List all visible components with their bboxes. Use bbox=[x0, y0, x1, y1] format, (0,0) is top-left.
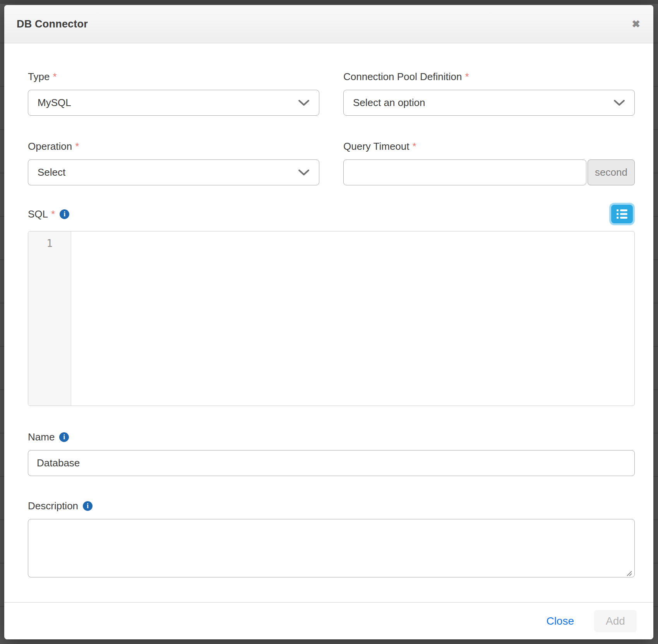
info-icon[interactable]: i bbox=[83, 501, 93, 511]
description-section: Description i bbox=[28, 500, 635, 579]
chevron-down-icon bbox=[298, 169, 310, 176]
connection-pool-field: Connection Pool Definition * Select an o… bbox=[343, 71, 635, 116]
required-marker: * bbox=[53, 71, 57, 83]
operation-label: Operation bbox=[28, 140, 72, 152]
type-label: Type bbox=[28, 71, 50, 83]
operation-select-value: Select bbox=[38, 166, 65, 178]
description-textarea-wrap bbox=[28, 519, 635, 579]
connection-pool-select[interactable]: Select an option bbox=[343, 90, 635, 116]
required-marker: * bbox=[413, 140, 416, 152]
add-button[interactable]: Add bbox=[594, 610, 637, 632]
description-label: Description bbox=[28, 500, 78, 512]
sql-editor-content[interactable] bbox=[71, 231, 634, 406]
name-label: Name bbox=[28, 431, 55, 443]
name-section: Name i bbox=[28, 431, 635, 476]
description-textarea[interactable] bbox=[28, 519, 635, 577]
page-overlay: DB Connector ✖ Type * MySQL bbox=[0, 0, 658, 644]
db-connector-modal: DB Connector ✖ Type * MySQL bbox=[4, 5, 653, 639]
sql-editor[interactable]: 1 bbox=[28, 231, 635, 406]
description-label-row: Description i bbox=[28, 500, 635, 512]
info-icon[interactable]: i bbox=[60, 209, 69, 219]
query-timeout-unit: second bbox=[588, 159, 635, 185]
query-timeout-field: Query Timeout * second bbox=[343, 140, 635, 185]
line-number: 1 bbox=[46, 238, 53, 249]
close-icon[interactable]: ✖ bbox=[632, 19, 640, 29]
operation-label-row: Operation * bbox=[28, 140, 319, 152]
sql-snippet-list-button[interactable] bbox=[609, 203, 635, 225]
info-icon[interactable]: i bbox=[59, 432, 69, 442]
query-timeout-group: second bbox=[343, 159, 635, 185]
modal-title: DB Connector bbox=[17, 18, 88, 30]
modal-footer: Close Add bbox=[4, 602, 653, 639]
type-label-row: Type * bbox=[28, 71, 319, 82]
modal-header: DB Connector ✖ bbox=[4, 5, 653, 43]
required-marker: * bbox=[465, 71, 469, 83]
modal-body: Type * MySQL Connection Pool Definition … bbox=[4, 43, 653, 602]
operation-select[interactable]: Select bbox=[28, 159, 319, 185]
connection-pool-label: Connection Pool Definition bbox=[343, 71, 462, 83]
close-button[interactable]: Close bbox=[546, 615, 574, 627]
required-marker: * bbox=[51, 208, 55, 220]
sql-header-row: SQL * i bbox=[28, 201, 635, 227]
operation-field: Operation * Select bbox=[28, 140, 319, 185]
sql-label: SQL bbox=[28, 208, 48, 220]
bullet-list-icon bbox=[615, 208, 629, 220]
name-input[interactable] bbox=[28, 450, 635, 476]
sql-label-row: SQL * i bbox=[28, 208, 69, 220]
required-marker: * bbox=[75, 140, 79, 152]
query-timeout-label: Query Timeout bbox=[343, 140, 410, 152]
connection-pool-label-row: Connection Pool Definition * bbox=[343, 71, 635, 82]
sql-editor-gutter: 1 bbox=[28, 231, 71, 406]
chevron-down-icon bbox=[298, 99, 310, 106]
connection-pool-select-value: Select an option bbox=[353, 97, 425, 109]
chevron-down-icon bbox=[613, 99, 625, 106]
type-select[interactable]: MySQL bbox=[28, 90, 319, 116]
type-select-value: MySQL bbox=[38, 97, 71, 109]
name-label-row: Name i bbox=[28, 431, 635, 443]
form-grid: Type * MySQL Connection Pool Definition … bbox=[28, 71, 635, 185]
type-field: Type * MySQL bbox=[28, 71, 319, 116]
query-timeout-input[interactable] bbox=[343, 159, 586, 185]
query-timeout-label-row: Query Timeout * bbox=[343, 140, 635, 152]
